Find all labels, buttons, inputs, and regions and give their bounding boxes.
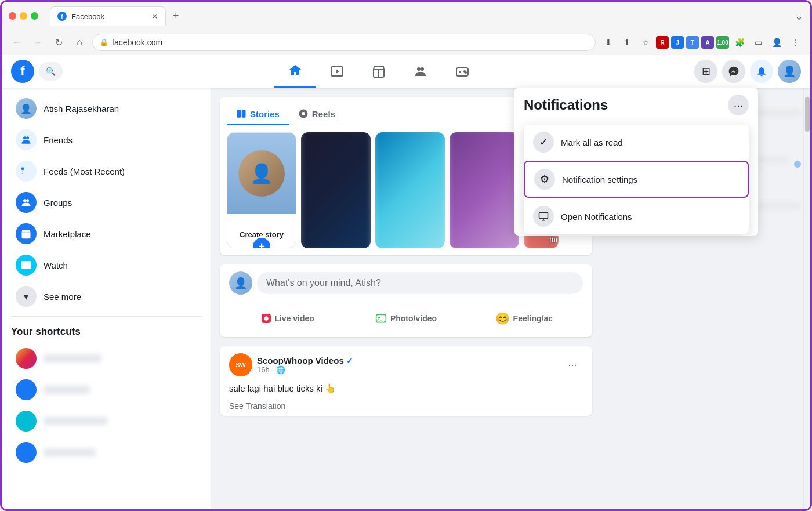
- sidebar-item-see-more[interactable]: ▾ See more: [6, 281, 206, 311]
- address-input[interactable]: 🔒 facebook.com: [92, 34, 596, 51]
- nav-right: ⊞ 👤: [694, 60, 801, 83]
- story-card-4[interactable]: [449, 132, 519, 248]
- maximize-window-button[interactable]: [31, 12, 38, 20]
- tab-reels[interactable]: Reels: [289, 104, 345, 125]
- profile-button[interactable]: 👤: [768, 34, 785, 50]
- nav-watch[interactable]: [316, 55, 358, 88]
- sidebar-item-watch[interactable]: Watch: [6, 250, 206, 280]
- notifications-button[interactable]: [750, 60, 773, 83]
- sidebar-item-marketplace[interactable]: Marketplace: [6, 219, 206, 249]
- messenger-button[interactable]: [722, 60, 745, 83]
- sidebar-watch-label: Watch: [44, 260, 68, 270]
- scrollbar-thumb[interactable]: [805, 97, 810, 132]
- post-header: SW ScoopWhoop Videos ✓ 16h · 🌐 ···: [220, 346, 592, 383]
- post-card: SW ScoopWhoop Videos ✓ 16h · 🌐 ···: [220, 346, 592, 416]
- post-more-button[interactable]: ···: [562, 354, 583, 375]
- nav-gaming[interactable]: [441, 55, 483, 88]
- live-video-button[interactable]: Live video: [229, 307, 347, 330]
- nav-marketplace[interactable]: [358, 55, 400, 88]
- back-button[interactable]: ←: [9, 34, 25, 50]
- feeling-button[interactable]: 😊 Feeling/ac: [465, 307, 583, 330]
- svg-point-25: [378, 317, 380, 318]
- post-placeholder-input[interactable]: What's on your mind, Atish?: [257, 272, 583, 294]
- sidebar-item-user[interactable]: 👤 Atish Rajasekharan: [6, 93, 206, 124]
- home-nav-button[interactable]: ⌂: [71, 34, 88, 50]
- extension-icon-1[interactable]: R: [656, 36, 669, 49]
- post-page-avatar: SW: [229, 353, 252, 376]
- monitor-icon: [533, 206, 554, 227]
- share-button[interactable]: ⬆: [619, 34, 635, 50]
- shortcut-avatar-2: [16, 379, 37, 400]
- bookmark-button[interactable]: ☆: [637, 34, 654, 50]
- svg-point-16: [26, 199, 29, 202]
- new-tab-button[interactable]: +: [168, 8, 184, 24]
- close-window-button[interactable]: [9, 12, 16, 20]
- post-see-translation[interactable]: See Translation: [220, 401, 592, 416]
- mark-all-read-button[interactable]: ✓ Mark all as read: [524, 125, 749, 160]
- svg-point-4: [420, 67, 424, 71]
- sidebar-shortcut-1[interactable]: [6, 343, 206, 374]
- photo-video-button[interactable]: Photo/video: [347, 307, 465, 330]
- sidebar-shortcut-4[interactable]: [6, 437, 206, 467]
- menu-button[interactable]: ⋮: [787, 34, 803, 50]
- feeds-icon: [16, 161, 37, 182]
- sidebar-item-label: Friends: [44, 135, 72, 145]
- notification-settings-button[interactable]: ⚙ Notification settings: [524, 161, 749, 198]
- sidebar-divider: [11, 316, 201, 317]
- tab-favicon: f: [57, 12, 67, 21]
- lock-icon: 🔒: [100, 38, 108, 46]
- search-bar[interactable]: 🔍: [39, 62, 63, 81]
- extension-icon-3[interactable]: T: [686, 36, 699, 49]
- reload-button[interactable]: ↻: [50, 34, 67, 50]
- extension-icon-4[interactable]: A: [701, 36, 714, 49]
- sidebar-shortcut-2[interactable]: [6, 375, 206, 405]
- split-view-button[interactable]: ▭: [750, 34, 766, 50]
- nav-groups[interactable]: [400, 55, 441, 88]
- tab-stories[interactable]: Stories: [227, 104, 289, 125]
- profile-avatar-button[interactable]: 👤: [778, 60, 801, 83]
- extensions-button[interactable]: 🧩: [731, 34, 748, 50]
- minimize-window-button[interactable]: [20, 12, 27, 20]
- address-bar: ← → ↻ ⌂ 🔒 facebook.com ⬇ ⬆ ☆ R J T A 1.0…: [2, 30, 810, 55]
- svg-point-12: [21, 167, 24, 170]
- svg-point-3: [417, 67, 420, 71]
- sidebar-item-groups[interactable]: Groups: [6, 187, 206, 218]
- chevron-down-icon: ▾: [16, 286, 37, 307]
- shortcut-name-4: [44, 448, 96, 456]
- svg-point-9: [465, 72, 466, 73]
- forward-button[interactable]: →: [30, 34, 46, 50]
- open-notifications-button[interactable]: Open Notifications: [524, 199, 749, 234]
- sidebar-see-more-label: See more: [44, 292, 81, 302]
- shortcut-avatar-1: [16, 348, 37, 369]
- sidebar-item-feeds[interactable]: Feeds (Most Recent): [6, 156, 206, 186]
- download-button[interactable]: ⬇: [600, 34, 617, 50]
- extension-icon-5[interactable]: 1.00: [716, 36, 729, 49]
- notifications-more-button[interactable]: ···: [728, 95, 749, 115]
- story-card-3[interactable]: [375, 132, 445, 248]
- active-tab[interactable]: f Facebook ✕: [50, 6, 166, 26]
- sidebar-user-name: Atish Rajasekharan: [44, 104, 119, 114]
- svg-point-10: [23, 136, 26, 139]
- svg-point-14: [22, 173, 23, 174]
- facebook-logo[interactable]: f: [11, 60, 34, 83]
- extension-icon-2[interactable]: J: [671, 36, 684, 49]
- traffic-lights: [9, 12, 38, 20]
- create-story-card[interactable]: 👤 + Create story: [227, 132, 296, 248]
- tab-bar: f Facebook ✕ +: [43, 6, 191, 26]
- post-page-name[interactable]: ScoopWhoop Videos ✓: [257, 356, 557, 365]
- post-text: sale lagi hai blue ticks ki 👆: [220, 383, 592, 401]
- post-user-avatar: 👤: [229, 271, 252, 295]
- tab-close-button[interactable]: ✕: [151, 12, 158, 21]
- svg-rect-21: [242, 110, 246, 118]
- story-card-2[interactable]: [301, 132, 371, 248]
- notifications-header: Notifications ···: [514, 88, 758, 122]
- grid-menu-button[interactable]: ⊞: [694, 60, 717, 83]
- title-bar: f Facebook ✕ + ⌄: [2, 2, 810, 30]
- gear-icon: ⚙: [534, 169, 555, 190]
- sidebar-item-friends[interactable]: Friends: [6, 125, 206, 155]
- svg-rect-24: [376, 314, 386, 322]
- sidebar-shortcut-3[interactable]: [6, 406, 206, 436]
- nav-home[interactable]: [274, 55, 316, 88]
- svg-rect-26: [539, 212, 548, 219]
- tab-title: Facebook: [71, 12, 147, 21]
